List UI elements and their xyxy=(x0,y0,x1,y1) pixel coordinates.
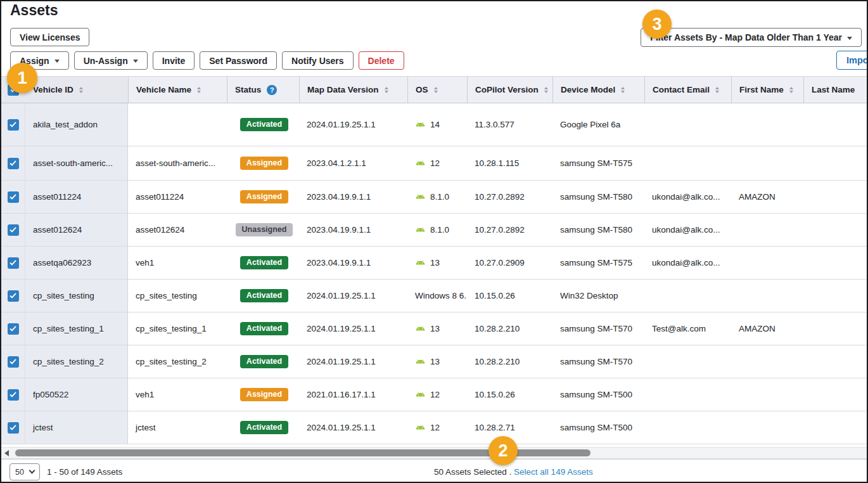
notify-users-button[interactable]: Notify Users xyxy=(282,51,353,70)
column-header-first-name[interactable]: First Name xyxy=(731,77,803,103)
vehicle-id-cell: cp_sites_testing_2 xyxy=(25,345,128,378)
set-password-button[interactable]: Set Password xyxy=(200,51,277,70)
view-licenses-label: View Licenses xyxy=(20,32,80,42)
vehicle-name-cell: asset012624 xyxy=(128,214,227,246)
vehicle-name-cell: cp_sites_testing xyxy=(128,280,227,312)
filter-assets-dropdown[interactable]: Filter Assets By - Map Data Older Than 1… xyxy=(641,28,862,47)
vehicle-id-cell: asset012624 xyxy=(25,214,128,246)
android-icon xyxy=(415,226,426,235)
status-cell: Assigned xyxy=(227,146,299,180)
pagination-range-text: 1 - 50 of 149 Assets xyxy=(47,467,122,477)
column-header-copilot-version[interactable]: CoPilot Version xyxy=(467,77,552,103)
os-version: 8.1.0 xyxy=(430,225,449,235)
column-header-map-data-version[interactable]: Map Data Version xyxy=(299,77,407,103)
column-header-contact-email[interactable]: Contact Email xyxy=(644,77,731,103)
sort-icon xyxy=(385,87,388,93)
table-row: asset-south-americ... asset-south-americ… xyxy=(1,146,868,181)
table-row: akila_test_addon Activated 2024.01.19.25… xyxy=(1,103,868,146)
map-data-version-cell: 2024.01.19.25.1.1 xyxy=(299,345,407,378)
copilot-version-cell: 10.28.1.115 xyxy=(467,146,552,180)
device-model-cell: Win32 Desktop xyxy=(552,280,644,312)
map-data-version-cell: 2024.01.19.25.1.1 xyxy=(299,103,407,146)
column-header-device-model[interactable]: Device Model xyxy=(552,77,644,103)
device-model-cell: samsung SM-T500 xyxy=(552,378,644,411)
map-data-version-cell: 2021.01.16.17.1.1 xyxy=(299,378,407,411)
table-row: cp_sites_testing_1 cp_sites_testing_1 Ac… xyxy=(1,312,868,345)
copilot-version-cell: 10.15.0.26 xyxy=(467,378,552,411)
os-cell: 12 xyxy=(407,146,467,180)
last-name-cell xyxy=(803,280,868,312)
copilot-version-cell: 10.15.0.26 xyxy=(467,280,552,312)
row-checkbox[interactable] xyxy=(8,356,19,368)
row-checkbox[interactable] xyxy=(8,191,19,203)
column-header-vehicle-id[interactable]: Vehicle ID xyxy=(25,77,128,103)
scroll-left-arrow-icon[interactable] xyxy=(4,450,9,456)
os-version: 8.1.0 xyxy=(430,192,449,202)
column-header-last-name[interactable]: Last Name xyxy=(803,77,868,103)
status-badge: Activated xyxy=(240,322,288,336)
android-icon xyxy=(415,325,426,333)
import-button[interactable]: Import xyxy=(836,51,868,70)
os-version: 13 xyxy=(430,357,440,366)
column-header-status[interactable]: Status ? xyxy=(227,77,299,103)
row-checkbox[interactable] xyxy=(8,119,19,131)
selection-summary: 50 Assets Selected . Select all 149 Asse… xyxy=(434,467,593,477)
android-icon xyxy=(415,423,426,432)
status-cell: Assigned xyxy=(227,378,299,411)
column-header-vehicle-name[interactable]: Vehicle Name xyxy=(128,77,227,103)
copilot-version-cell: 11.3.0.577 xyxy=(467,103,552,146)
row-checkbox-cell xyxy=(1,411,25,444)
vehicle-id-cell: asset-south-americ... xyxy=(25,146,128,180)
invite-button[interactable]: Invite xyxy=(153,51,195,70)
select-all-assets-link[interactable]: Select all 149 Assets xyxy=(514,467,593,477)
column-header-os[interactable]: OS xyxy=(407,77,467,103)
os-cell: 12 xyxy=(407,411,467,444)
android-icon xyxy=(415,159,426,168)
help-icon[interactable]: ? xyxy=(267,85,277,95)
status-cell: Activated xyxy=(227,103,299,146)
os-cell: 12 xyxy=(407,378,467,411)
os-cell: 14 xyxy=(407,103,467,146)
status-cell: Unassigned xyxy=(227,214,299,246)
page-size-select[interactable]: 50 xyxy=(10,463,40,480)
row-checkbox[interactable] xyxy=(8,158,19,169)
row-checkbox[interactable] xyxy=(8,224,19,236)
vehicle-name-cell: cp_sites_testing_2 xyxy=(128,345,227,378)
table-row: jctest jctest Activated 2024.01.19.25.1.… xyxy=(1,411,868,444)
row-checkbox[interactable] xyxy=(8,257,19,269)
contact-email-cell xyxy=(644,411,731,444)
row-checkbox[interactable] xyxy=(8,323,19,335)
vehicle-name-cell: jctest xyxy=(128,411,227,444)
vehicle-name-cell: asset-south-americ... xyxy=(128,146,227,180)
os-version: 12 xyxy=(430,158,440,168)
row-checkbox-cell xyxy=(1,214,25,246)
status-cell: Activated xyxy=(227,345,299,378)
table-row: asset012624 asset012624 Unassigned 2023.… xyxy=(1,214,868,247)
os-version: 13 xyxy=(430,258,440,267)
vehicle-name-cell: veh1 xyxy=(128,247,227,279)
android-icon xyxy=(415,193,426,202)
unassign-button[interactable]: Un-Assign xyxy=(74,51,148,70)
vehicle-id-cell: cp_sites_testing_1 xyxy=(25,312,128,345)
delete-button[interactable]: Delete xyxy=(359,51,404,70)
row-checkbox[interactable] xyxy=(8,389,19,401)
view-licenses-button[interactable]: View Licenses xyxy=(10,28,89,46)
sort-icon xyxy=(715,87,719,93)
last-name-cell xyxy=(803,146,868,180)
map-data-version-cell: 2023.04.19.9.1.1 xyxy=(299,181,407,213)
status-badge: Activated xyxy=(240,421,288,435)
row-checkbox[interactable] xyxy=(8,422,19,434)
first-name-cell xyxy=(731,378,803,411)
contact-email-cell: Test@alk.com xyxy=(644,312,731,345)
os-cell: 8.1.0 xyxy=(407,214,467,246)
row-checkbox-cell xyxy=(1,103,25,146)
callout-badge-1: 1 xyxy=(7,63,37,93)
map-data-version-cell: 2024.01.19.25.1.1 xyxy=(299,280,407,312)
last-name-cell xyxy=(803,214,868,246)
table-row: fp050522 veh1 Assigned 2021.01.16.17.1.1… xyxy=(1,378,868,411)
table-row: cp_sites_testing_2 cp_sites_testing_2 Ac… xyxy=(1,345,868,378)
row-checkbox-cell xyxy=(1,181,25,213)
row-checkbox[interactable] xyxy=(8,290,19,302)
vehicle-id-cell: assetqa062923 xyxy=(25,247,128,279)
last-name-cell xyxy=(803,378,868,411)
